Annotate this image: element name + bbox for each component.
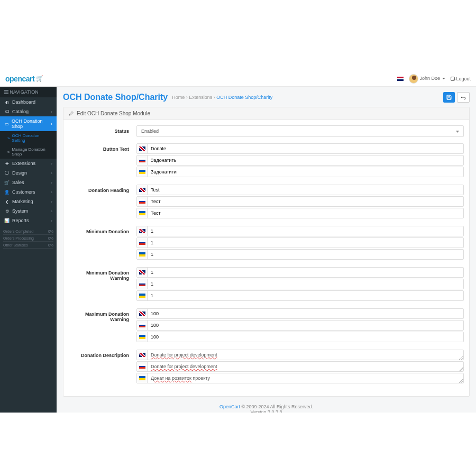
button-text-gb-input[interactable] (148, 144, 463, 153)
sidebar-sub-manage-donation-shop[interactable]: Manage Donation Shop (0, 145, 57, 159)
user-menu[interactable]: John Doe (409, 74, 446, 84)
tags-icon: 🏷 (4, 109, 10, 114)
logout-link[interactable]: Logout (451, 76, 471, 81)
cart-icon: 🛒 (36, 75, 43, 82)
minimum-donation-ru-input[interactable] (148, 238, 463, 248)
panel-header: Edit OCH Donate Shop Module (63, 107, 469, 120)
breadcrumb-home[interactable]: Home (172, 95, 185, 100)
status-label: Status (69, 125, 136, 134)
button-text-ru-input[interactable] (148, 155, 463, 165)
flag-gb-icon (139, 147, 145, 151)
logout-icon (451, 77, 455, 81)
sidebar-sub-och-donation-setting[interactable]: OCH Donation Setting (0, 131, 57, 145)
min-warning-gb-input[interactable] (148, 268, 463, 277)
donation-heading-ru-input[interactable] (148, 197, 463, 206)
flag-ua-icon (139, 170, 145, 174)
breadcrumb-extensions[interactable]: Extensions (189, 95, 212, 100)
button-text-ua-input[interactable] (148, 167, 463, 177)
flag-gb-icon (139, 188, 145, 192)
min-warning-ru-input[interactable] (148, 279, 463, 289)
breadcrumb: Home › Extensions › OCH Donate Shop/Char… (172, 95, 272, 100)
footer-brand-link[interactable]: OpenCart (219, 404, 240, 409)
cart-icon: 🛒 (4, 180, 10, 185)
donation-heading-label: Donation Heading (69, 185, 136, 193)
chevron-right-icon: › (51, 122, 52, 126)
sidebar-item-catalog[interactable]: 🏷Catalog› (0, 107, 57, 116)
back-icon (461, 95, 466, 100)
user-name: John Doe (419, 76, 440, 81)
page-title: OCH Donate Shop/Charity (63, 93, 168, 102)
sidebar-item-system[interactable]: ⚙System› (0, 206, 57, 216)
chevron-right-icon: › (51, 161, 52, 166)
chevron-right-icon: › (51, 190, 52, 195)
footer: OpenCart © 2009-2024 All Rights Reserved… (63, 397, 470, 413)
flag-gb-icon (139, 312, 145, 316)
minimum-donation-warning-label: Minimum Donation Warning (69, 267, 136, 281)
chevron-right-icon: › (51, 218, 52, 223)
minimum-donation-gb-input[interactable] (148, 226, 463, 236)
donation-description-label: Donation Description (69, 350, 136, 358)
sidebar-item-marketing[interactable]: ❮Marketing› (0, 197, 57, 206)
flag-ru-icon (139, 282, 145, 286)
flag-gb-icon (139, 353, 145, 357)
description-ru-textarea[interactable]: Donate for project development (148, 362, 463, 371)
sidebar-item-extensions[interactable]: ✚Extensions› (0, 159, 57, 168)
user-icon: 👤 (4, 190, 10, 195)
flag-ru-icon (139, 158, 145, 162)
sidebar-stats: Orders Completed0% Orders Processing0% O… (0, 228, 57, 249)
pencil-icon (69, 111, 74, 116)
puzzle-icon: ✚ (4, 161, 10, 166)
max-warning-gb-input[interactable] (148, 309, 463, 318)
min-warning-ua-input[interactable] (148, 291, 463, 300)
chevron-down-icon (442, 78, 445, 79)
maximum-donation-warning-label: Maximum Donation Warning (69, 308, 136, 322)
edit-panel: Edit OCH Donate Shop Module Status Enabl… (63, 107, 470, 397)
flag-ua-icon (139, 335, 145, 339)
share-icon: ❮ (4, 199, 10, 204)
sidebar-item-dashboard[interactable]: ◐Dashboard (0, 97, 57, 107)
chevron-right-icon: › (51, 171, 52, 176)
language-flag-icon[interactable] (397, 77, 404, 81)
description-gb-textarea[interactable]: Donate for project development (148, 350, 463, 360)
flag-ua-icon (139, 252, 145, 257)
sidebar: NAVIGATION ◐Dashboard 🏷Catalog› ▭OCH Don… (0, 87, 57, 413)
chevron-right-icon: › (51, 199, 52, 204)
stat-other-statuses: Other Statuses0% (3, 242, 53, 249)
flag-ua-icon (139, 294, 145, 298)
nav-header: NAVIGATION (0, 87, 57, 97)
minimum-donation-label: Minimum Donation (69, 226, 136, 234)
button-text-label: Button Text (69, 143, 136, 152)
description-ua-textarea[interactable]: Донат на розвиток проекту (148, 373, 463, 383)
sidebar-item-sales[interactable]: 🛒Sales› (0, 178, 57, 187)
save-icon (446, 95, 452, 100)
max-warning-ru-input[interactable] (148, 321, 463, 330)
max-warning-ua-input[interactable] (148, 332, 463, 342)
tachometer-icon: ◐ (4, 100, 10, 105)
chart-icon: 📊 (4, 218, 10, 223)
top-header: opencart🛒 John Doe Logout (0, 71, 476, 87)
flag-ua-icon (139, 376, 145, 380)
menu-icon (4, 90, 8, 94)
chevron-right-icon: › (51, 180, 52, 185)
flag-ru-icon (139, 364, 145, 369)
flag-ua-icon (139, 211, 145, 215)
donation-heading-ua-input[interactable] (148, 208, 463, 218)
sidebar-item-customers[interactable]: 👤Customers› (0, 187, 57, 197)
desktop-icon: 🖵 (4, 171, 10, 176)
back-button[interactable] (457, 92, 470, 103)
sidebar-item-design[interactable]: 🖵Design› (0, 168, 57, 178)
donation-heading-gb-input[interactable] (148, 185, 463, 195)
chevron-right-icon: › (51, 209, 52, 214)
sidebar-item-reports[interactable]: 📊Reports› (0, 216, 57, 225)
cog-icon: ⚙ (4, 209, 10, 214)
stat-orders-completed: Orders Completed0% (3, 228, 53, 235)
sidebar-item-och-donation-shop[interactable]: ▭OCH Donation Shop› (0, 116, 57, 131)
flag-gb-icon (139, 229, 145, 233)
minimum-donation-ua-input[interactable] (148, 250, 463, 259)
stat-orders-processing: Orders Processing0% (3, 235, 53, 242)
main-content: OCH Donate Shop/Charity Home › Extension… (57, 87, 476, 413)
chevron-right-icon: › (51, 109, 52, 114)
status-select[interactable]: Enabled (136, 125, 464, 137)
save-button[interactable] (443, 92, 455, 103)
card-icon: ▭ (4, 122, 9, 126)
